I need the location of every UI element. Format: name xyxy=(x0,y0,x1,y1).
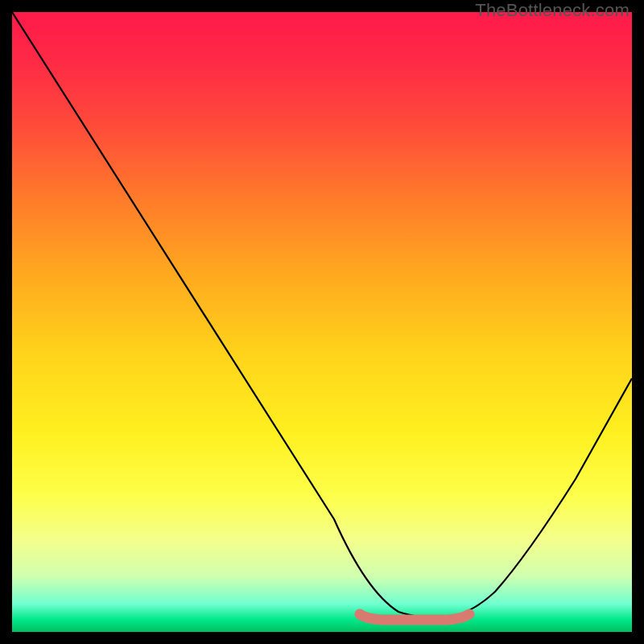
chart-frame xyxy=(12,12,632,632)
bottleneck-curve xyxy=(12,12,632,618)
flat-bottom-marker xyxy=(360,614,469,620)
watermark-text: TheBottleneck.com xyxy=(475,0,630,21)
curve-plot xyxy=(12,12,632,632)
